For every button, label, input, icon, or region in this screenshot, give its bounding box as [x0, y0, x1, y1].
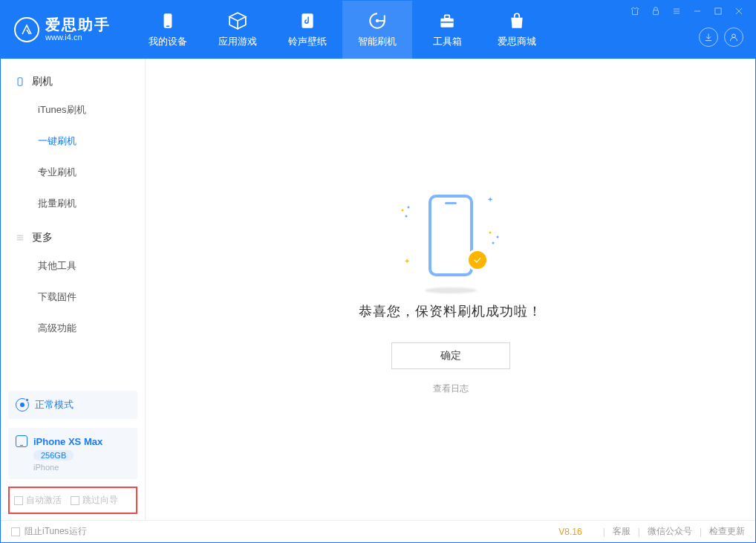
success-message: 恭喜您，保资料刷机成功啦！ — [359, 302, 542, 320]
checkbox-box-icon — [71, 496, 79, 505]
nav-smart-flash[interactable]: 智能刷机 — [342, 1, 412, 59]
footer-link-update[interactable]: 检查更新 — [709, 525, 745, 538]
svg-rect-16 — [18, 78, 22, 86]
shadow-icon — [425, 287, 477, 293]
cube-icon — [228, 11, 247, 30]
device-icon — [16, 435, 27, 447]
checkbox-box-icon — [11, 527, 20, 536]
sidebar-group-more: 更多 — [1, 225, 145, 250]
logo-icon — [14, 17, 39, 42]
sidebar-group-flash: 刷机 — [1, 69, 145, 94]
svg-point-22 — [405, 215, 407, 218]
separator: | — [603, 527, 605, 537]
nav-apps[interactable]: 应用游戏 — [203, 1, 273, 59]
svg-point-20 — [401, 209, 403, 212]
maximize-icon[interactable] — [712, 5, 724, 17]
minimize-icon[interactable] — [691, 5, 703, 17]
view-log-link[interactable]: 查看日志 — [433, 383, 469, 395]
dots-decor-icon — [400, 206, 414, 228]
nav-label: 工具箱 — [433, 35, 462, 48]
device-storage-badge: 256GB — [33, 450, 74, 461]
nav-label: 智能刷机 — [358, 35, 397, 48]
svg-point-21 — [407, 207, 409, 209]
sparkle-icon: ✦ — [404, 257, 410, 265]
device-mode-status[interactable]: 正常模式 — [8, 391, 137, 419]
footer-link-wechat[interactable]: 微信公众号 — [648, 525, 692, 538]
svg-point-24 — [496, 236, 498, 238]
svg-rect-12 — [715, 8, 721, 14]
nav-bar: 我的设备 应用游戏 铃声壁纸 智能刷机 工具箱 爱思商城 — [133, 1, 552, 59]
phone-outline-icon — [14, 76, 26, 88]
nav-ringtones[interactable]: 铃声壁纸 — [273, 1, 342, 59]
checkbox-block-itunes[interactable]: 阻止iTunes运行 — [11, 525, 87, 538]
svg-rect-1 — [166, 26, 169, 27]
dots-decor-icon — [487, 228, 502, 250]
lock-icon[interactable] — [650, 5, 662, 17]
svg-rect-2 — [302, 13, 313, 28]
nav-label: 铃声壁纸 — [288, 35, 327, 48]
success-illustration: ✦ ✦ — [395, 183, 506, 287]
sidebar-group-label: 更多 — [32, 231, 53, 244]
main-content: ✦ ✦ 恭喜您，保资料刷机成功啦！ 确定 查看日志 — [146, 59, 755, 520]
app-subtitle: www.i4.cn — [45, 32, 111, 42]
device-type: iPhone — [33, 463, 130, 472]
checkbox-label: 跳过向导 — [82, 494, 118, 507]
phone-icon — [158, 11, 177, 30]
success-check-icon — [466, 249, 489, 271]
sidebar-item-itunes-flash[interactable]: iTunes刷机 — [1, 94, 145, 126]
svg-point-15 — [732, 34, 736, 38]
checkbox-label: 自动激活 — [26, 494, 62, 507]
bag-icon — [507, 11, 527, 30]
checkbox-skip-guide[interactable]: 跳过向导 — [71, 494, 118, 507]
flash-options-row: 自动激活 跳过向导 — [8, 487, 137, 514]
shirt-icon[interactable] — [629, 5, 641, 17]
menu-icon[interactable] — [671, 5, 682, 17]
app-title: 爱思助手 — [45, 17, 111, 32]
footer-link-cs[interactable]: 客服 — [613, 525, 630, 538]
app-logo: 爱思助手 www.i4.cn — [1, 17, 133, 42]
sidebar: 刷机 iTunes刷机 一键刷机 专业刷机 批量刷机 更多 其他工具 下载固件 … — [1, 59, 146, 520]
svg-rect-6 — [440, 22, 453, 23]
sidebar-item-other-tools[interactable]: 其他工具 — [1, 250, 145, 282]
sparkle-icon: ✦ — [487, 195, 493, 204]
svg-point-25 — [492, 242, 494, 244]
device-info[interactable]: iPhone XS Max 256GB iPhone — [8, 428, 137, 479]
user-button[interactable] — [724, 27, 743, 47]
sidebar-item-download-fw[interactable]: 下载固件 — [1, 282, 145, 313]
sidebar-item-advanced[interactable]: 高级功能 — [1, 313, 145, 344]
toolbox-icon — [437, 11, 457, 30]
nav-label: 爱思商城 — [498, 35, 536, 48]
nav-store[interactable]: 爱思商城 — [482, 1, 552, 59]
footer: 阻止iTunes运行 V8.16 | 客服 | 微信公众号 | 检查更新 — [1, 520, 755, 542]
body: 刷机 iTunes刷机 一键刷机 专业刷机 批量刷机 更多 其他工具 下载固件 … — [1, 59, 755, 520]
device-mode-label: 正常模式 — [35, 398, 74, 412]
svg-point-3 — [376, 19, 379, 22]
checkbox-auto-activate[interactable]: 自动激活 — [14, 494, 62, 507]
music-file-icon — [298, 11, 317, 30]
ok-button[interactable]: 确定 — [391, 342, 510, 369]
nav-my-device[interactable]: 我的设备 — [133, 1, 203, 59]
device-name: iPhone XS Max — [33, 436, 102, 447]
svg-rect-7 — [654, 10, 659, 15]
sidebar-item-one-click[interactable]: 一键刷机 — [1, 126, 145, 157]
svg-point-23 — [489, 232, 491, 234]
shield-refresh-icon — [368, 11, 387, 30]
list-icon — [14, 232, 26, 244]
header-right — [629, 1, 746, 59]
nav-label: 应用游戏 — [218, 35, 257, 48]
download-button[interactable] — [699, 27, 718, 47]
checkbox-label: 阻止iTunes运行 — [25, 525, 87, 538]
version-label: V8.16 — [558, 527, 581, 537]
sidebar-item-pro-flash[interactable]: 专业刷机 — [1, 157, 145, 188]
checkbox-box-icon — [14, 496, 23, 505]
mode-status-icon — [16, 398, 29, 412]
sidebar-item-batch-flash[interactable]: 批量刷机 — [1, 188, 145, 219]
separator: | — [700, 527, 702, 537]
nav-toolbox[interactable]: 工具箱 — [412, 1, 482, 59]
svg-rect-5 — [445, 15, 450, 18]
header: 爱思助手 www.i4.cn 我的设备 应用游戏 铃声壁纸 智能刷机 工具箱 爱… — [1, 1, 755, 59]
separator: | — [638, 527, 640, 537]
phone-illustration-icon — [428, 195, 473, 276]
close-icon[interactable] — [733, 5, 745, 17]
window-controls — [629, 1, 746, 17]
